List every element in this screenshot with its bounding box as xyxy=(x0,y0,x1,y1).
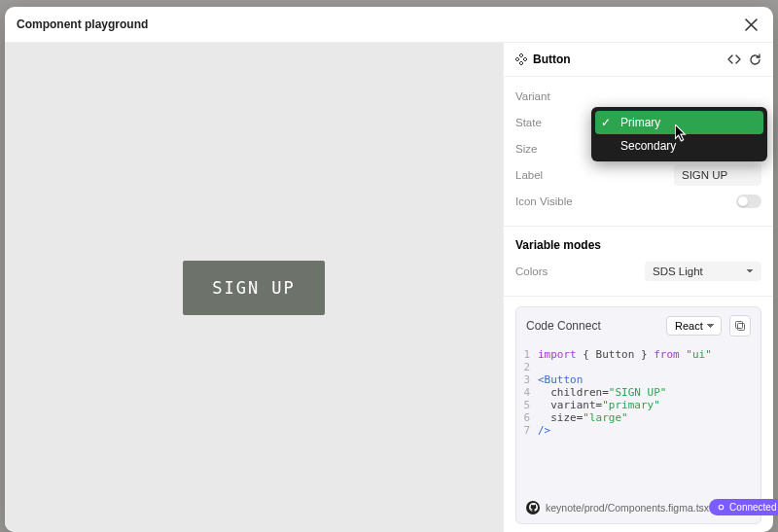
plug-icon xyxy=(717,503,725,512)
component-playground-modal: Component playground SIGN UP Button V xyxy=(5,7,773,532)
modal-header: Component playground xyxy=(5,7,773,43)
variable-modes-section: Variable modes Colors SDS Light xyxy=(504,227,773,297)
component-name: Button xyxy=(533,53,571,66)
github-icon xyxy=(526,501,540,514)
reset-button[interactable] xyxy=(749,53,761,66)
svg-rect-0 xyxy=(738,324,745,331)
preview-button[interactable]: SIGN UP xyxy=(183,261,325,315)
code-card: Code Connect React 1import { Button } fr… xyxy=(515,306,761,524)
iconvisible-toggle[interactable] xyxy=(736,195,761,208)
panel-header-actions xyxy=(727,53,761,66)
check-icon: ✓ xyxy=(601,116,613,129)
copy-code-button[interactable] xyxy=(729,315,751,337)
preview-canvas[interactable]: SIGN UP xyxy=(5,43,503,532)
svg-rect-1 xyxy=(736,322,743,329)
size-label: Size xyxy=(515,143,537,155)
svg-point-2 xyxy=(719,505,724,510)
row-icon-visible: Icon Visible xyxy=(515,188,761,214)
colors-select[interactable]: SDS Light xyxy=(645,262,761,281)
variant-label: Variant xyxy=(515,90,550,102)
code-source[interactable]: keynote/prod/Components.figma.tsx xyxy=(526,501,709,514)
modal-body: SIGN UP Button Variant State xyxy=(5,43,773,532)
component-icon xyxy=(515,53,527,65)
properties-panel: Button Variant State Size Large xyxy=(503,43,773,532)
variant-option-primary[interactable]: ✓ Primary xyxy=(595,111,763,134)
label-input[interactable] xyxy=(674,164,761,186)
code-footer: keynote/prod/Components.figma.tsx Connec… xyxy=(516,493,760,523)
connected-badge: Connected xyxy=(709,499,778,515)
code-body[interactable]: 1import { Button } from "ui" 2 3<Button … xyxy=(516,344,760,493)
code-connect-section: Code Connect React 1import { Button } fr… xyxy=(504,297,773,532)
code-source-path: keynote/prod/Components.figma.tsx xyxy=(546,502,709,514)
variant-option-secondary[interactable]: Secondary xyxy=(595,134,763,158)
code-icon xyxy=(727,53,741,66)
copy-icon xyxy=(734,320,746,332)
modal-title: Component playground xyxy=(17,18,148,31)
colors-label: Colors xyxy=(515,266,548,277)
variant-dropdown[interactable]: ✓ Primary Secondary xyxy=(591,107,767,161)
code-title: Code Connect xyxy=(526,319,601,333)
state-label: State xyxy=(515,117,542,128)
reset-icon xyxy=(749,53,761,66)
row-label: Label xyxy=(515,161,761,188)
panel-header: Button xyxy=(504,43,773,77)
close-icon xyxy=(745,18,758,31)
component-name-row: Button xyxy=(515,53,571,66)
row-colors: Colors SDS Light xyxy=(515,258,761,284)
code-lang-select[interactable]: React xyxy=(666,316,722,336)
iconvisible-label: Icon Visible xyxy=(515,195,573,207)
row-variant: Variant xyxy=(515,83,761,109)
code-header: Code Connect React xyxy=(516,307,760,344)
close-button[interactable] xyxy=(740,14,761,35)
variable-modes-title: Variable modes xyxy=(504,227,773,256)
code-toggle-button[interactable] xyxy=(727,53,741,66)
label-label: Label xyxy=(515,169,543,181)
